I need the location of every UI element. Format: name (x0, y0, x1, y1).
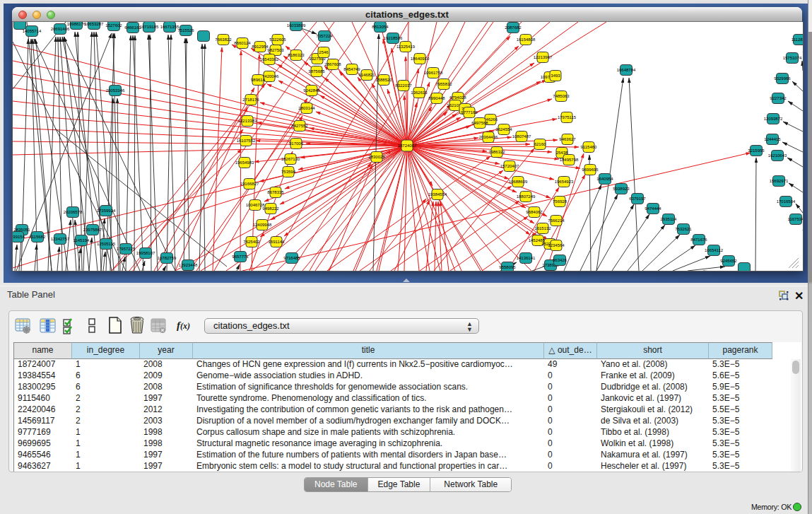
svg-text:19654983: 19654983 (235, 160, 254, 165)
svg-text:8186323: 8186323 (288, 53, 305, 57)
svg-text:2803144: 2803144 (298, 106, 315, 110)
svg-text:1244415: 1244415 (764, 137, 781, 141)
svg-text:8813054: 8813054 (372, 25, 389, 29)
svg-text:19958107: 19958107 (136, 251, 155, 255)
svg-text:7625402: 7625402 (243, 240, 260, 244)
svg-text:8471676: 8471676 (690, 238, 707, 242)
svg-text:18724007: 18724007 (398, 144, 417, 148)
svg-text:15692971: 15692971 (770, 179, 789, 183)
svg-text:17016504: 17016504 (777, 199, 796, 204)
svg-text:20053346: 20053346 (106, 88, 125, 93)
svg-text:753594: 753594 (281, 170, 296, 174)
svg-text:5322605: 5322605 (269, 37, 286, 42)
svg-text:3493: 3493 (551, 74, 560, 78)
svg-text:19218506: 19218506 (384, 36, 403, 40)
svg-text:10654112: 10654112 (705, 248, 724, 252)
svg-text:9146821: 9146821 (358, 73, 375, 77)
svg-text:14136141: 14136141 (517, 256, 536, 260)
svg-text:1362615: 1362615 (411, 90, 428, 95)
svg-text:16033809: 16033809 (287, 23, 306, 28)
svg-text:18807249: 18807249 (517, 194, 536, 199)
svg-text:1691144: 1691144 (269, 240, 286, 244)
svg-text:10688609: 10688609 (509, 180, 528, 184)
svg-text:16107552: 16107552 (237, 139, 256, 143)
svg-text:7632621: 7632621 (675, 227, 692, 231)
svg-text:3215955: 3215955 (748, 148, 765, 153)
svg-text:9558095: 9558095 (499, 265, 516, 269)
svg-text:8678335: 8678335 (267, 190, 284, 194)
svg-text:5938923: 5938923 (613, 187, 630, 191)
svg-text:9245652: 9245652 (720, 259, 737, 263)
svg-text:8322037: 8322037 (395, 83, 412, 88)
svg-text:1640954: 1640954 (596, 177, 613, 181)
svg-text:7955812: 7955812 (435, 82, 452, 86)
svg-text:12213967: 12213967 (534, 55, 553, 59)
svg-text:2718176: 2718176 (242, 98, 259, 102)
svg-text:1527602: 1527602 (105, 23, 122, 28)
svg-text:7357224: 7357224 (316, 34, 333, 38)
svg-text:6794028: 6794028 (449, 95, 466, 100)
svg-text:18495798: 18495798 (560, 158, 579, 162)
svg-text:8912954: 8912954 (252, 45, 269, 49)
svg-text:12213383: 12213383 (238, 119, 257, 123)
svg-text:17975115: 17975115 (558, 115, 577, 119)
svg-text:12093872: 12093872 (764, 117, 783, 121)
svg-text:6497568: 6497568 (471, 121, 488, 125)
svg-text:2830029: 2830029 (368, 155, 385, 159)
svg-text:14055714: 14055714 (23, 29, 42, 33)
svg-text:2087682: 2087682 (505, 25, 522, 30)
svg-text:3624554: 3624554 (495, 127, 512, 132)
svg-text:7515526: 7515526 (177, 28, 194, 33)
svg-text:7485063: 7485063 (553, 94, 570, 98)
svg-text:20364436: 20364436 (479, 135, 498, 139)
svg-text:1112836: 1112836 (792, 37, 804, 42)
svg-text:15720407: 15720407 (500, 164, 519, 168)
svg-text:2935114: 2935114 (661, 217, 678, 221)
svg-text:15751074: 15751074 (783, 56, 802, 60)
svg-text:9699695: 9699695 (582, 168, 599, 172)
svg-text:9227342: 9227342 (770, 96, 787, 100)
svg-text:1145194: 1145194 (73, 238, 90, 243)
svg-text:7986322: 7986322 (488, 150, 505, 154)
svg-text:2867608: 2867608 (324, 62, 341, 66)
svg-text:8454749: 8454749 (343, 67, 360, 71)
svg-text:917006: 917006 (289, 141, 304, 146)
svg-text:2546: 2546 (319, 50, 329, 54)
svg-text:12923448: 12923448 (179, 263, 198, 267)
svg-text:10719185: 10719185 (140, 25, 159, 29)
svg-text:9474444: 9474444 (645, 206, 661, 211)
svg-text:12342757: 12342757 (51, 237, 70, 241)
svg-text:12409948: 12409948 (253, 223, 272, 227)
svg-text:16648784: 16648784 (617, 68, 636, 72)
svg-text:1588520: 1588520 (375, 78, 392, 82)
svg-text:9329966: 9329966 (774, 76, 791, 81)
svg-text:23975867: 23975867 (83, 228, 102, 232)
svg-text:18267130: 18267130 (281, 157, 300, 161)
svg-text:7566214: 7566214 (548, 218, 565, 223)
svg-text:16671355: 16671355 (160, 25, 180, 29)
svg-text:9242848: 9242848 (303, 88, 320, 93)
svg-text:20691406: 20691406 (51, 27, 70, 31)
svg-text:9684067: 9684067 (526, 210, 543, 214)
svg-text:19166827: 19166827 (240, 182, 259, 186)
svg-text:3875685: 3875685 (308, 69, 325, 74)
svg-text:19654923: 19654923 (555, 180, 574, 184)
svg-text:1115682: 1115682 (30, 235, 46, 239)
svg-text:1234564: 1234564 (548, 243, 565, 247)
svg-text:1167534: 1167534 (788, 217, 804, 221)
svg-text:11325419: 11325419 (396, 45, 416, 49)
svg-text:16782759: 16782759 (158, 256, 177, 260)
svg-text:10807487: 10807487 (512, 134, 531, 139)
svg-text:16543362: 16543362 (260, 57, 279, 62)
svg-text:62160: 62160 (534, 142, 546, 146)
svg-text:17359924: 17359924 (97, 209, 116, 213)
svg-text:6379197: 6379197 (629, 197, 646, 201)
svg-text:9777169: 9777169 (461, 110, 478, 115)
svg-text:8990448: 8990448 (428, 96, 445, 100)
svg-text:9498222: 9498222 (262, 206, 279, 211)
svg-text:9716485: 9716485 (283, 256, 300, 260)
svg-text:7663822: 7663822 (215, 37, 232, 42)
svg-text:8660124: 8660124 (234, 41, 251, 45)
svg-text:20206578: 20206578 (64, 210, 83, 214)
svg-text:18640910: 18640910 (411, 57, 430, 61)
